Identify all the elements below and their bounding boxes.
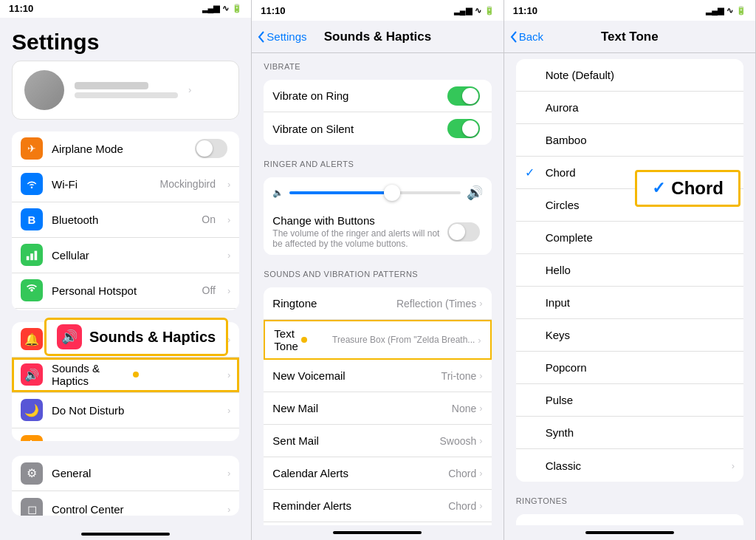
vib-silent-item[interactable]: Vibrate on Silent: [264, 112, 491, 145]
texttone-chevron: ›: [478, 335, 481, 346]
back-to-sounds[interactable]: Back: [510, 30, 543, 43]
tone-classic[interactable]: Classic ›: [516, 449, 743, 482]
volume-slider-row: 🔈 🔊: [264, 177, 491, 208]
profile-info: [75, 82, 178, 98]
profile-row[interactable]: ›: [12, 61, 239, 120]
settings-heading: Settings: [0, 18, 251, 61]
svg-rect-2: [27, 256, 30, 260]
back-to-settings[interactable]: Settings: [258, 30, 306, 43]
ringtone-chevron: ›: [479, 298, 482, 309]
time-3: 11:10: [513, 5, 537, 16]
dnd-icon: 🌙: [21, 399, 43, 421]
tone-complete-label: Complete: [546, 231, 735, 244]
chord-callout-label: Chord: [671, 178, 724, 199]
vib-ring-label: Vibrate on Ring: [272, 89, 447, 102]
calendar-item[interactable]: Calendar Alerts Chord ›: [264, 457, 491, 490]
sidebar-item-dnd[interactable]: 🌙 Do Not Disturb ›: [12, 393, 239, 428]
sounds-haptics-panel: 11:10 ▂▄▆ ∿ 🔋 Settings Sounds & Haptics …: [252, 0, 504, 540]
vib-ring-item[interactable]: Vibrate on Ring: [264, 80, 491, 112]
tone-synth[interactable]: Synth: [516, 417, 743, 449]
wifi-2-icon: ∿: [475, 6, 481, 16]
texttone-item[interactable]: Text Tone Treasure Box (From "Zelda Brea…: [264, 320, 491, 360]
home-bar-2: [252, 525, 503, 540]
voicemail-item[interactable]: New Voicemail Tri-tone ›: [264, 360, 491, 392]
tone-note[interactable]: Note (Default): [516, 59, 743, 92]
reminder-value: Chord: [448, 500, 476, 512]
ringer-section: 🔈 🔊 Change with Buttons The volume of th…: [264, 177, 491, 255]
wifi-icon: [21, 173, 43, 195]
airdrop-item[interactable]: AirDrop Pulse ›: [264, 522, 491, 525]
airplane-toggle[interactable]: [195, 139, 227, 158]
voicemail-value: Tri-tone: [441, 370, 477, 382]
wifi-label: Wi-Fi: [52, 178, 151, 191]
sounds-label: Sounds & Haptics: [52, 362, 123, 387]
control-chevron: ›: [227, 504, 230, 515]
change-buttons-toggle[interactable]: [447, 222, 480, 242]
sidebar-item-cellular[interactable]: Cellular ›: [12, 238, 239, 273]
wifi-icon: ∿: [222, 4, 229, 13]
volume-track[interactable]: [289, 191, 460, 194]
sidebar-item-general[interactable]: ⚙ General ›: [12, 456, 239, 491]
general-chevron: ›: [227, 468, 230, 479]
sounds-dot: [133, 372, 139, 377]
vib-silent-label: Vibrate on Silent: [272, 123, 447, 135]
ringtone-label: Ringtone: [272, 297, 396, 310]
change-buttons-item[interactable]: Change with Buttons The volume of the ri…: [264, 208, 491, 255]
tone-popcorn-label: Popcorn: [546, 361, 735, 374]
new-mail-item[interactable]: New Mail None ›: [264, 392, 491, 425]
texttone-value: Treasure Box (From "Zelda Breath...: [332, 335, 475, 345]
back-label: Settings: [267, 30, 306, 43]
home-bar-1: [0, 527, 251, 540]
sent-mail-item[interactable]: Sent Mail Swoosh ›: [264, 425, 491, 457]
chord-callout: ✓ Chord: [635, 170, 740, 207]
sounds-chevron: ›: [227, 369, 230, 380]
ringtone-item[interactable]: Ringtone Reflection (Times ›: [264, 287, 491, 320]
wifi-chevron: ›: [227, 179, 230, 190]
profile-name-bar: [75, 82, 148, 89]
reminder-item[interactable]: Reminder Alerts Chord ›: [264, 490, 491, 522]
sidebar-item-bluetooth[interactable]: B Bluetooth On ›: [12, 202, 239, 238]
texttone-title: Text Tone: [601, 30, 659, 44]
sounds-callout: 🔊 Sounds & Haptics: [44, 318, 228, 356]
reminder-label: Reminder Alerts: [272, 499, 448, 512]
tone-killer[interactable]: Killer Queen (Chorus): [516, 514, 743, 525]
sidebar-item-screentime[interactable]: ⏱ Screen Time ›: [12, 428, 239, 442]
tone-popcorn[interactable]: Popcorn: [516, 352, 743, 384]
vib-ring-toggle[interactable]: [447, 86, 480, 106]
sidebar-item-airplane[interactable]: ✈ Airplane Mode: [12, 131, 239, 167]
tone-complete[interactable]: Complete: [516, 222, 743, 254]
tone-input[interactable]: Input: [516, 287, 743, 319]
sidebar-item-sounds[interactable]: 🔊 Sounds & Haptics ›: [12, 358, 239, 393]
sidebar-item-vpn[interactable]: VPN VPN ›: [12, 309, 239, 310]
voicemail-label: New Voicemail: [272, 369, 441, 382]
tone-aurora-label: Aurora: [546, 101, 735, 114]
wifi-value: Mockingbird: [160, 178, 216, 190]
sounds-nav-bar: Settings Sounds & Haptics: [252, 21, 503, 53]
change-buttons-label: Change with Buttons: [272, 214, 447, 227]
general-icon: ⚙: [21, 462, 43, 485]
sent-mail-value: Swoosh: [440, 435, 477, 447]
battery-2-icon: 🔋: [484, 6, 495, 16]
control-icon: ◻: [21, 498, 43, 516]
sidebar-item-wifi[interactable]: Wi-Fi Mockingbird ›: [12, 167, 239, 202]
status-bar-1: 11:10 ▂▄▆ ∿ 🔋: [0, 0, 251, 18]
tone-hello[interactable]: Hello: [516, 254, 743, 287]
vibrate-section: Vibrate on Ring Vibrate on Silent: [264, 80, 491, 145]
sidebar-item-hotspot[interactable]: Personal Hotspot Off ›: [12, 273, 239, 309]
svg-rect-1: [30, 253, 33, 260]
status-icons-2: ▂▄▆ ∿ 🔋: [454, 6, 495, 16]
signal-2-icon: ▂▄▆: [454, 6, 472, 16]
bluetooth-icon: B: [21, 208, 43, 230]
tone-aurora[interactable]: Aurora: [516, 92, 743, 124]
callout-sounds-label: Sounds & Haptics: [89, 329, 216, 346]
tone-pulse[interactable]: Pulse: [516, 384, 743, 417]
volume-thumb[interactable]: [384, 185, 400, 201]
wifi-3-icon: ∿: [726, 6, 733, 16]
vib-silent-toggle[interactable]: [447, 119, 480, 138]
tone-keys[interactable]: Keys: [516, 319, 743, 352]
tone-note-label: Note (Default): [546, 69, 735, 81]
tone-bamboo[interactable]: Bamboo: [516, 124, 743, 157]
cellular-icon: [21, 244, 43, 266]
sidebar-item-control[interactable]: ◻ Control Center ›: [12, 491, 239, 516]
status-icons-3: ▂▄▆ ∿ 🔋: [706, 6, 746, 16]
